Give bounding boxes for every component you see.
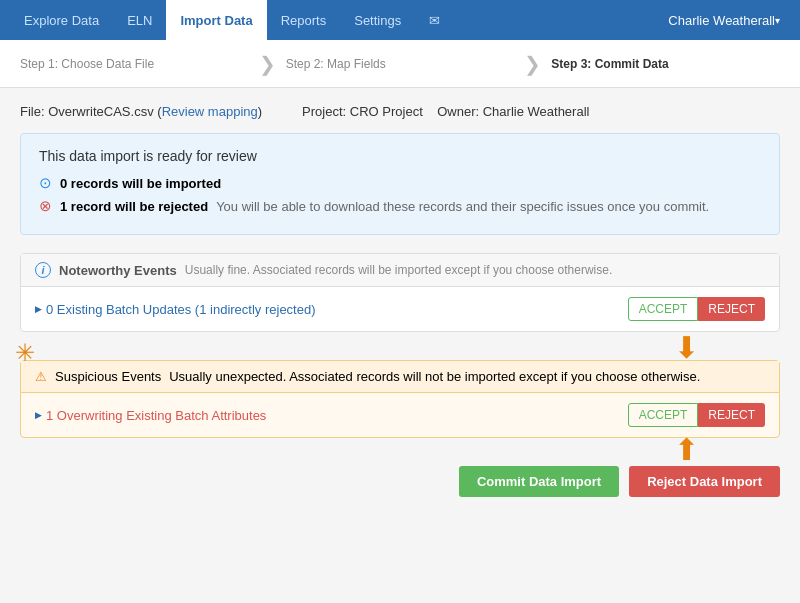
nav-import-data[interactable]: Import Data [166, 0, 266, 40]
rejected-note: You will be able to download these recor… [216, 199, 709, 214]
info-icon: i [35, 262, 51, 278]
spark-icon: ✳ [15, 339, 35, 367]
review-item-rejected: ⊗ 1 record will be rejected You will be … [39, 197, 761, 215]
project-label: Project: [302, 104, 346, 119]
warn-icon: ⚠ [35, 369, 47, 384]
nav-explore-data[interactable]: Explore Data [10, 0, 113, 40]
nav-reports[interactable]: Reports [267, 0, 341, 40]
reject-all-button[interactable]: Reject Data Import [629, 466, 780, 497]
steps-bar: Step 1: Choose Data File ❯ Step 2: Map F… [0, 40, 800, 88]
navbar: Explore Data ELN Import Data Reports Set… [0, 0, 800, 40]
file-info-left: File: OverwriteCAS.csv (Review mapping) [20, 104, 262, 119]
file-name: OverwriteCAS.csv [48, 104, 153, 119]
nav-eln[interactable]: ELN [113, 0, 166, 40]
owner-name: Charlie Weatherall [483, 104, 590, 119]
noteworthy-accept-button[interactable]: ACCEPT [628, 297, 699, 321]
suspicious-desc: Usually unexpected. Associated records w… [169, 369, 700, 384]
step-2: Step 2: Map Fields [286, 57, 515, 71]
imported-ok-icon: ⊙ [39, 174, 52, 192]
file-label: File: [20, 104, 45, 119]
suspicious-title: Suspicious Events [55, 369, 161, 384]
file-info-right: Project: CRO Project Owner: Charlie Weat… [302, 104, 589, 119]
nav-user[interactable]: Charlie Weatherall [658, 0, 790, 40]
suspicious-link[interactable]: 1 Overwriting Existing Batch Attributes [35, 408, 266, 423]
review-mapping-link[interactable]: Review mapping [162, 104, 258, 119]
file-info: File: OverwriteCAS.csv (Review mapping) … [20, 104, 780, 119]
noteworthy-section: i Noteworthy Events Usually fine. Associ… [20, 253, 780, 332]
noteworthy-body: 0 Existing Batch Updates (1 indirectly r… [21, 287, 779, 331]
step-arrow-2: ❯ [524, 52, 541, 76]
imported-count-text: 0 records will be imported [60, 176, 221, 191]
arrow-up-icon: ⬆ [674, 435, 699, 465]
owner-label: Owner: [437, 104, 479, 119]
nav-settings[interactable]: Settings [340, 0, 415, 40]
rejected-err-icon: ⊗ [39, 197, 52, 215]
suspicious-section: ✳ ⬇ ⬆ ⚠ Suspicious Events Usually unexpe… [20, 360, 780, 438]
noteworthy-buttons: ACCEPT REJECT [628, 297, 765, 321]
commit-button[interactable]: Commit Data Import [459, 466, 619, 497]
noteworthy-reject-button[interactable]: REJECT [698, 297, 765, 321]
suspicious-accept-button[interactable]: ACCEPT [628, 403, 699, 427]
suspicious-reject-button[interactable]: REJECT [698, 403, 765, 427]
suspicious-buttons: ACCEPT REJECT [628, 403, 765, 427]
arrow-down-icon: ⬇ [674, 333, 699, 363]
rejected-count-text: 1 record will be rejected [60, 199, 208, 214]
noteworthy-desc: Usually fine. Associated records will be… [185, 263, 613, 277]
step-3: Step 3: Commit Data [551, 57, 780, 71]
noteworthy-title: Noteworthy Events [59, 263, 177, 278]
nav-mail-icon[interactable]: ✉ [415, 0, 454, 40]
suspicious-body: 1 Overwriting Existing Batch Attributes … [21, 393, 779, 437]
noteworthy-link[interactable]: 0 Existing Batch Updates (1 indirectly r… [35, 302, 316, 317]
step-arrow-1: ❯ [259, 52, 276, 76]
project-name: CRO Project [350, 104, 423, 119]
review-title: This data import is ready for review [39, 148, 761, 164]
footer-buttons: Commit Data Import Reject Data Import [20, 452, 780, 501]
review-item-imported: ⊙ 0 records will be imported [39, 174, 761, 192]
noteworthy-header: i Noteworthy Events Usually fine. Associ… [21, 254, 779, 287]
review-box: This data import is ready for review ⊙ 0… [20, 133, 780, 235]
suspicious-header: ⚠ Suspicious Events Usually unexpected. … [21, 361, 779, 393]
step-1: Step 1: Choose Data File [20, 57, 249, 71]
content-area: File: OverwriteCAS.csv (Review mapping) … [0, 88, 800, 517]
